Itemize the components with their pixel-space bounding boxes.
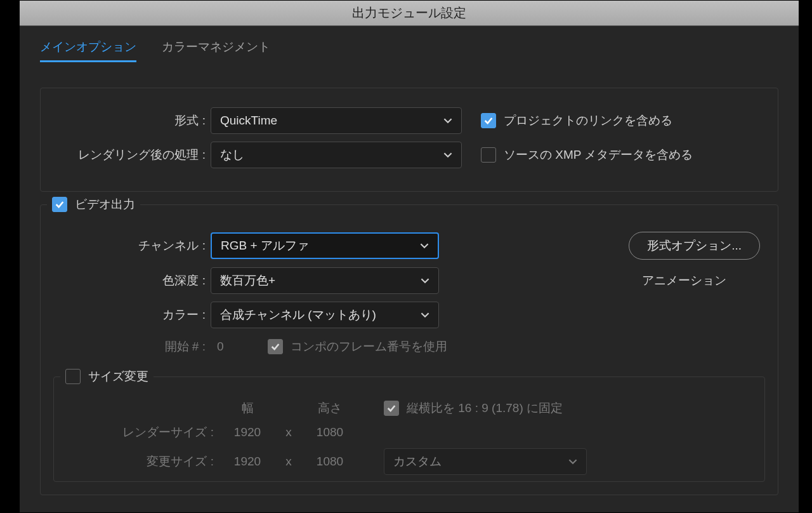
- resize-size-label: 変更サイズ :: [67, 453, 219, 470]
- chevron-down-icon: [443, 116, 452, 125]
- post-render-select[interactable]: なし: [211, 142, 462, 168]
- tab-color-management[interactable]: カラーマネジメント: [162, 39, 270, 62]
- include-xmp-label: ソースの XMP メタデータを含める: [504, 147, 693, 163]
- post-render-value: なし: [220, 147, 244, 163]
- start-number-value: 0: [211, 340, 268, 354]
- lock-aspect-checkbox[interactable]: [384, 401, 399, 416]
- chevron-down-icon: [421, 310, 429, 319]
- format-options-button[interactable]: 形式オプション...: [629, 232, 760, 260]
- chevron-down-icon: [420, 241, 429, 250]
- codec-label: アニメーション: [608, 272, 760, 289]
- resize-preset-select[interactable]: カスタム: [384, 448, 587, 475]
- render-width-value: 1920: [219, 425, 276, 439]
- dialog-title: 出力モジュール設定: [352, 4, 466, 22]
- resize-fieldset: サイズ変更 幅 高さ 縦横比を 16 : 9 (1.78) に固定: [53, 376, 765, 482]
- use-comp-frame-checkbox[interactable]: [268, 339, 283, 354]
- depth-label: 色深度 :: [53, 272, 211, 289]
- dialog-content: メインオプション カラーマネジメント 形式 : QuickTime: [20, 26, 799, 512]
- format-panel: 形式 : QuickTime プロジェクトのリンクを含める レンダリング後の処理…: [40, 88, 778, 192]
- format-label: 形式 :: [53, 112, 211, 129]
- video-output-legend: ビデオ出力: [47, 196, 140, 213]
- format-options-label: 形式オプション...: [647, 239, 742, 252]
- resize-legend: サイズ変更: [60, 368, 154, 385]
- use-comp-frame-row[interactable]: コンポのフレーム番号を使用: [268, 338, 447, 355]
- resize-label: サイズ変更: [88, 368, 148, 385]
- format-value: QuickTime: [220, 114, 277, 128]
- dialog-window: 出力モジュール設定 メインオプション カラーマネジメント 形式 : QuickT…: [19, 0, 799, 513]
- video-output-checkbox[interactable]: [52, 197, 67, 212]
- format-select[interactable]: QuickTime: [211, 107, 462, 134]
- lock-aspect-row[interactable]: 縦横比を 16 : 9 (1.78) に固定: [384, 400, 587, 416]
- title-bar: 出力モジュール設定: [20, 1, 799, 26]
- chevron-down-icon: [421, 276, 429, 285]
- tab-main-label: メインオプション: [40, 40, 136, 53]
- use-comp-frame-label: コンポのフレーム番号を使用: [291, 338, 447, 355]
- lock-aspect-label: 縦横比を 16 : 9 (1.78) に固定: [407, 400, 563, 416]
- width-header: 幅: [219, 400, 276, 416]
- depth-select[interactable]: 数百万色+: [211, 267, 439, 294]
- resize-checkbox[interactable]: [65, 369, 81, 384]
- channels-select[interactable]: RGB + アルファ: [211, 232, 439, 259]
- color-value: 合成チャンネル (マットあり): [220, 307, 376, 323]
- height-header: 高さ: [301, 400, 358, 416]
- resize-height-value: 1080: [301, 455, 358, 469]
- video-output-fieldset: ビデオ出力 チャンネル : RGB + アルファ 形式オプション... 色深度 …: [40, 204, 778, 495]
- x-separator: x: [276, 425, 301, 439]
- chevron-down-icon: [568, 457, 577, 466]
- tab-main-options[interactable]: メインオプション: [40, 39, 136, 62]
- post-render-label: レンダリング後の処理 :: [53, 147, 211, 163]
- tab-bar: メインオプション カラーマネジメント: [40, 39, 778, 62]
- include-project-link-label: プロジェクトのリンクを含める: [504, 112, 672, 129]
- channels-label: チャンネル :: [53, 237, 211, 254]
- include-project-link-row[interactable]: プロジェクトのリンクを含める: [481, 112, 672, 129]
- render-height-value: 1080: [301, 425, 358, 439]
- chevron-down-icon: [443, 150, 452, 159]
- color-label: カラー :: [53, 307, 211, 323]
- tab-color-label: カラーマネジメント: [162, 40, 270, 53]
- include-xmp-checkbox[interactable]: [481, 147, 496, 163]
- resize-width-value: 1920: [219, 455, 276, 469]
- x-separator: x: [276, 455, 301, 469]
- color-select[interactable]: 合成チャンネル (マットあり): [211, 302, 439, 328]
- render-size-label: レンダーサイズ :: [67, 424, 219, 441]
- start-number-label: 開始 # :: [53, 338, 211, 355]
- video-output-label: ビデオ出力: [75, 196, 135, 213]
- resize-grid: 幅 高さ 縦横比を 16 : 9 (1.78) に固定 レンダーサイズ : 19…: [67, 400, 752, 475]
- include-xmp-row[interactable]: ソースの XMP メタデータを含める: [481, 147, 693, 163]
- channels-value: RGB + アルファ: [221, 237, 309, 254]
- resize-preset-value: カスタム: [393, 453, 442, 470]
- include-project-link-checkbox[interactable]: [481, 113, 496, 128]
- depth-value: 数百万色+: [220, 272, 275, 289]
